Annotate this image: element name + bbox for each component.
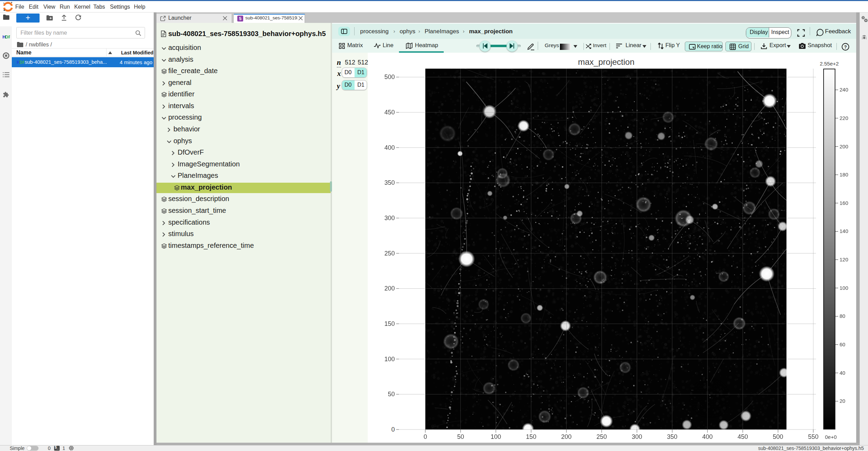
svg-text:DF: DF <box>5 35 10 39</box>
svg-text:?: ? <box>844 44 847 50</box>
svg-text:DF: DF <box>19 60 25 64</box>
svg-text:5: 5 <box>239 16 241 21</box>
